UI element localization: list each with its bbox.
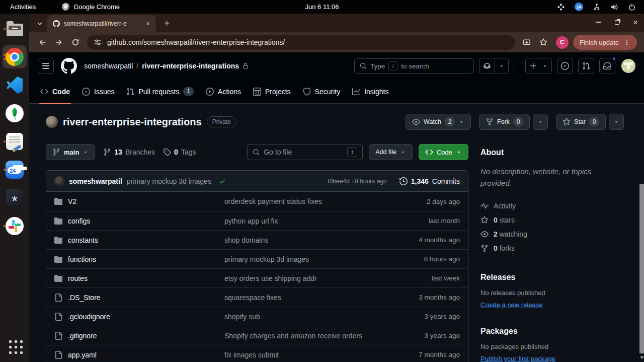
repo-owner-avatar[interactable] (46, 116, 58, 128)
tray-icon[interactable] (593, 3, 601, 11)
repo-nav-tab[interactable]: Code (35, 80, 75, 104)
address-bar[interactable]: github.com/someshwarpatil/riverr-enterpr… (87, 35, 515, 50)
file-commit-message[interactable]: primary mockup 3d images (224, 255, 384, 263)
checks-passed-icon[interactable] (219, 178, 226, 185)
table-row[interactable]: functions primary mockup 3d images 8 hou… (46, 249, 468, 268)
file-commit-message[interactable]: etsy orders use shipping addr (224, 274, 384, 282)
scrollbar-thumb[interactable] (639, 184, 644, 353)
table-row[interactable]: configs python app url fix last month (46, 211, 468, 230)
breadcrumb-owner[interactable]: someshwarpatil (84, 62, 133, 70)
table-row[interactable]: .gitignore Shopify charges and amazon re… (46, 326, 468, 345)
dock-app[interactable] (3, 186, 27, 209)
tab-search-button[interactable] (33, 17, 46, 30)
file-commit-message[interactable]: python app url fix (224, 217, 384, 225)
commit-history-link[interactable]: 1,346 Commits (399, 177, 460, 185)
code-download-button[interactable]: Code (419, 144, 468, 160)
file-name-link[interactable]: functions (68, 255, 96, 263)
global-search-input[interactable]: Type / to search (354, 58, 474, 74)
focused-app-indicator[interactable]: Google Chrome (62, 3, 120, 11)
pull-requests-header-button[interactable] (578, 58, 594, 74)
commit-author[interactable]: someshwarpatil (69, 177, 122, 185)
add-file-button[interactable]: Add file (369, 144, 413, 160)
tab-close-button[interactable] (143, 20, 152, 28)
branch-selector[interactable]: main (46, 144, 95, 160)
restore-button[interactable] (615, 20, 619, 25)
file-commit-message[interactable]: shopify sub (224, 313, 384, 321)
file-name-link[interactable]: constants (68, 236, 98, 244)
repo-nav-tab[interactable]: Projects (248, 80, 296, 104)
tray-icon[interactable] (610, 3, 618, 11)
go-to-file-input[interactable]: Go to file t (247, 144, 363, 160)
repo-nav-tab[interactable]: Actions (201, 80, 246, 104)
reload-button[interactable] (67, 35, 83, 50)
table-row[interactable]: app.yaml fix images submit 7 months ago (46, 345, 468, 362)
repo-action-caret-button[interactable] (533, 114, 548, 130)
tray-icon[interactable] (628, 3, 636, 11)
profile-avatar[interactable]: C (556, 36, 569, 49)
table-row[interactable]: .gcloudignore shopify sub 3 years ago (46, 307, 468, 326)
copilot-menu-caret[interactable] (495, 58, 508, 74)
create-release-link[interactable]: Create a new release (480, 301, 543, 309)
file-commit-message[interactable]: fix images submit (224, 351, 384, 359)
repo-action-button[interactable]: Watch 2 (406, 114, 471, 130)
branches-link[interactable]: 13 Branches (103, 148, 155, 156)
commit-sha-time[interactable]: f0bee4d · 8 hours ago (328, 178, 386, 185)
dock-app[interactable] (3, 74, 27, 97)
file-commit-message[interactable]: orderdesk payment status fixes (224, 197, 384, 205)
dock-app[interactable] (3, 158, 27, 181)
list-item[interactable]: 0 stars (480, 213, 624, 227)
minimize-button[interactable] (596, 22, 601, 23)
copilot-button[interactable] (479, 58, 509, 74)
clock[interactable]: Jun 6 11:06 (305, 3, 339, 11)
dock-app[interactable] (3, 17, 27, 40)
commit-author-avatar[interactable] (54, 176, 64, 186)
file-name-link[interactable]: configs (68, 217, 90, 225)
caret-down-icon[interactable] (458, 119, 464, 125)
github-logo[interactable] (61, 58, 77, 74)
hamburger-menu-button[interactable] (38, 58, 54, 74)
repo-action-button[interactable]: Fork 0 (479, 114, 530, 130)
publish-package-link[interactable]: Publish your first package (480, 355, 555, 362)
list-item[interactable]: Activity (480, 199, 624, 213)
new-tab-button[interactable] (160, 17, 174, 30)
repo-nav-tab[interactable]: Pull requests 1 (121, 80, 199, 104)
tray-icon[interactable]: 24 (575, 3, 583, 11)
file-commit-message[interactable]: shop domains (224, 236, 384, 244)
tags-link[interactable]: 0 Tags (163, 148, 196, 156)
table-row[interactable]: constants shop domains 4 months ago (46, 230, 468, 249)
list-item[interactable]: 2 watching (480, 227, 624, 241)
dock-app[interactable] (3, 130, 27, 153)
file-name-link[interactable]: app.yaml (68, 351, 97, 359)
file-name-link[interactable]: .gcloudignore (68, 313, 110, 321)
file-name-link[interactable]: V2 (68, 197, 76, 205)
issues-header-button[interactable] (557, 58, 573, 74)
finish-update-button[interactable]: Finish update (573, 35, 637, 50)
file-name-link[interactable]: .DS_Store (68, 294, 101, 302)
user-avatar[interactable] (621, 59, 635, 73)
notifications-button[interactable] (599, 58, 615, 74)
forward-button[interactable] (51, 35, 66, 50)
table-row[interactable]: V2 orderdesk payment status fixes 2 days… (46, 192, 468, 211)
file-name-link[interactable]: .gitignore (68, 332, 97, 340)
repo-nav-tab[interactable]: Insights (347, 80, 393, 104)
file-commit-message[interactable]: Shopify charges and amazon receive order… (224, 332, 384, 340)
repo-action-caret-button[interactable] (609, 114, 624, 130)
dock-app[interactable] (3, 214, 27, 238)
create-new-button[interactable] (525, 58, 552, 74)
dock-app[interactable] (3, 45, 27, 68)
table-row[interactable]: routes etsy orders use shipping addr las… (46, 268, 468, 287)
site-settings-icon[interactable] (94, 38, 102, 46)
commit-message[interactable]: primary mockup 3d images (127, 177, 211, 185)
close-button[interactable]: × (633, 18, 638, 27)
repo-nav-tab[interactable]: Security (298, 80, 346, 104)
file-commit-message[interactable]: squarespace fixes (224, 294, 384, 302)
back-button[interactable] (34, 35, 50, 50)
tray-icon[interactable] (557, 3, 565, 11)
repo-title[interactable]: riverr-enterprise-integrations (63, 116, 202, 128)
create-new-caret[interactable] (541, 58, 551, 74)
breadcrumb-repo[interactable]: riverr-enterprise-integrations (142, 62, 239, 70)
dock-app[interactable] (3, 102, 27, 125)
scrollbar-down-arrow[interactable] (639, 354, 644, 360)
install-cast-icon[interactable] (519, 35, 535, 50)
bookmark-star-icon[interactable] (536, 35, 551, 50)
